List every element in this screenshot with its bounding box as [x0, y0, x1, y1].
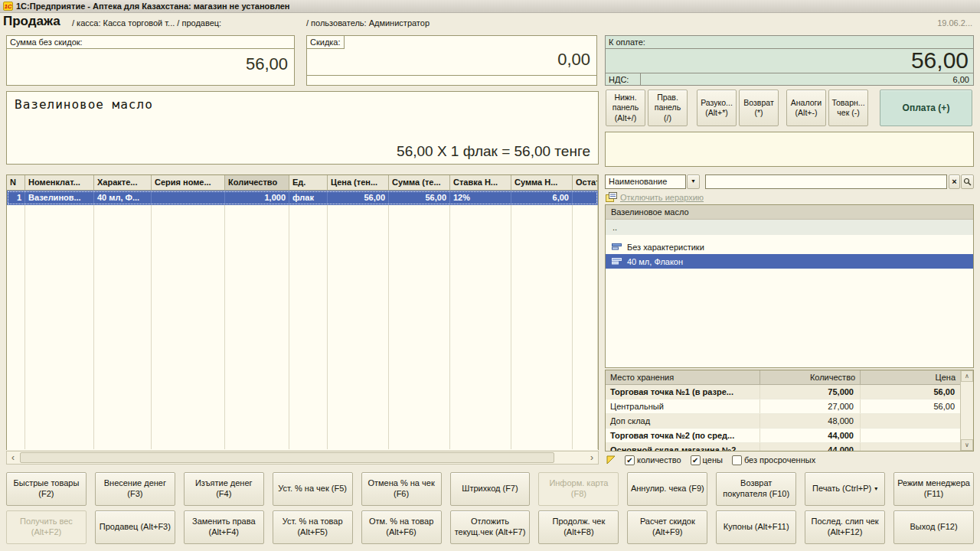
unpack-button[interactable]: Разуко... (Alt+*): [697, 90, 737, 126]
storage-row[interactable]: Торговая точка №1 (в разре... 75,000 56,…: [606, 385, 961, 399]
filter-prices[interactable]: ✔ цены: [691, 455, 723, 465]
exit-button[interactable]: Выход (F12): [893, 510, 974, 544]
storage-row[interactable]: Центральный 27,000 56,00: [606, 399, 961, 414]
vat-value: 6,00: [641, 73, 973, 85]
storage-qty: 44,000: [760, 429, 861, 442]
cash-out-button[interactable]: Изъятие денег (F4): [184, 472, 264, 506]
hierarchy-icon: [606, 192, 617, 202]
checkbox-icon[interactable]: ✔: [625, 455, 635, 465]
storage-price: [861, 443, 961, 452]
col-sum: Сумма (те...: [389, 175, 450, 191]
storage-col-qty[interactable]: Количество: [760, 370, 861, 385]
storage-price: [861, 429, 961, 442]
cancel-check-discount-button[interactable]: Отмена % на чек (F6): [361, 472, 442, 506]
vat-row: НДС: 6,00: [606, 73, 973, 85]
checkbox-icon[interactable]: ✔: [691, 455, 701, 465]
filter-quantity[interactable]: ✔ количество: [625, 455, 681, 465]
col-price: Цена (тен...: [328, 175, 389, 191]
scroll-left-icon[interactable]: ‹: [7, 452, 19, 464]
storage-qty: 44,000: [760, 443, 861, 452]
calc-discounts-button[interactable]: Расчет скидок (Alt+F9): [627, 510, 707, 544]
scroll-down-icon[interactable]: ∨: [961, 439, 973, 451]
col-series: Серия номе...: [152, 175, 225, 191]
characteristic-item[interactable]: Без характеристики: [606, 240, 973, 254]
selector-dropdown-arrow-icon[interactable]: ▼: [687, 174, 700, 189]
user-info: / пользователь: Администратор: [306, 18, 430, 28]
goods-check-button[interactable]: Товарн... чек (-): [828, 90, 868, 126]
storage-col-price[interactable]: Цена: [861, 370, 961, 385]
item-price: 56,00: [328, 191, 389, 205]
manager-mode-button[interactable]: Режим менеджера (F11): [893, 472, 974, 506]
vat-label: НДС:: [606, 73, 641, 85]
print-button[interactable]: Печать (Ctrl+P) ▾: [805, 472, 885, 506]
clear-search-button[interactable]: ×: [949, 174, 960, 189]
continue-check-button[interactable]: Продолж. чек (Alt+F8): [538, 510, 619, 544]
void-check-button[interactable]: Аннулир. чека (F9): [627, 472, 707, 506]
storage-row[interactable]: Основной склад магазина №2 44,000: [606, 443, 961, 452]
go-up-row[interactable]: ..: [606, 220, 973, 235]
col-vat-sum: Сумма Н...: [511, 175, 573, 191]
fast-goods-button[interactable]: Быстрые товары (F2): [6, 472, 87, 506]
discount-extra-field: [307, 75, 596, 85]
item-nomenclature: Вазелинов...: [25, 191, 94, 205]
storage-place: Основной склад магазина №2: [606, 443, 760, 452]
items-horizontal-scrollbar[interactable]: ‹ ›: [6, 451, 599, 465]
scrollbar-thumb[interactable]: [20, 452, 554, 463]
barcode-button[interactable]: Штрихкод (F7): [450, 472, 531, 506]
characteristic-item-selected[interactable]: 40 мл, Флакон: [606, 254, 973, 269]
storage-price: 56,00: [861, 385, 961, 399]
hold-check-button[interactable]: Отложить текущ.чек (Alt+F7): [450, 510, 531, 544]
item-qty: 1,000: [225, 191, 289, 205]
last-slip-button[interactable]: Послед. слип чек (Alt+F12): [805, 510, 885, 544]
title-bar: 1С 1С:Предприятие - Аптека для Казахстан…: [0, 0, 980, 13]
set-check-discount-button[interactable]: Уст. % на чек (F5): [273, 472, 353, 506]
caret-down-icon: ▾: [874, 485, 877, 493]
item-sum: 56,00: [389, 191, 450, 205]
sum-value: 56,00: [7, 49, 294, 74]
change-rights-button[interactable]: Заменить права (Alt+F4): [184, 510, 264, 544]
1c-logo-icon: 1С: [3, 2, 13, 11]
return-button[interactable]: Возврат (*): [739, 90, 779, 126]
customer-return-button[interactable]: Возврат покупателя (F10): [716, 472, 796, 506]
col-quantity: Количество: [225, 175, 289, 191]
disable-hierarchy-link[interactable]: Отключить иерархию: [620, 193, 704, 202]
filter-not-expired[interactable]: без просроченных: [732, 455, 815, 465]
right-panel-button[interactable]: Прав. панель (/): [648, 90, 688, 126]
storage-row[interactable]: Торговая точка №2 (по сред... 44,000: [606, 429, 961, 443]
col-unit: Ед.: [289, 175, 328, 191]
scroll-right-icon[interactable]: ›: [586, 452, 598, 464]
window-title: 1С:Предприятие - Аптека для Казахстана: …: [16, 2, 289, 11]
set-item-discount-button[interactable]: Уст. % на товар (Alt+F5): [273, 510, 353, 544]
function-buttons-row1: Быстрые товары (F2) Внесение денег (F3) …: [6, 472, 974, 506]
payment-button[interactable]: Оплата (+): [880, 90, 972, 126]
message-box: [605, 132, 974, 167]
search-field-selector[interactable]: Наименование: [605, 174, 686, 189]
search-button[interactable]: [961, 174, 974, 189]
item-vat-sum: 6,00: [511, 191, 573, 205]
display-calc-line: 56,00 X 1 флак = 56,00 тенге: [397, 143, 590, 160]
search-input[interactable]: [705, 174, 947, 189]
scroll-up-icon[interactable]: ∧: [961, 370, 973, 382]
storage-col-place[interactable]: Место хранения: [606, 370, 760, 385]
cancel-item-discount-button[interactable]: Отм. % на товар (Alt+F6): [361, 510, 442, 544]
characteristic-label: 40 мл, Флакон: [627, 257, 683, 266]
receipt-item-row-selected[interactable]: 1 Вазелинов... 40 мл, Ф... 1,000 флак 56…: [7, 191, 598, 205]
coupons-button[interactable]: Купоны (Alt+F11): [716, 510, 796, 544]
cash-in-button[interactable]: Внесение денег (F3): [95, 472, 175, 506]
hierarchy-toggle-row: Отключить иерархию: [606, 191, 704, 203]
storage-header-row: Место хранения Количество Цена: [606, 370, 961, 385]
seller-button[interactable]: Продавец (Alt+F3): [95, 510, 175, 544]
storage-row[interactable]: Доп склад 48,000: [606, 414, 961, 429]
analogs-button[interactable]: Аналоги (Alt+-): [786, 90, 826, 126]
sum-without-discounts-panel: Сумма без скидок: 56,00: [6, 35, 295, 86]
discount-value: 0,00: [557, 50, 590, 70]
checkbox-icon[interactable]: [732, 455, 742, 465]
display-product-name: Вазелиновое масло: [15, 97, 153, 112]
bottom-panel-button[interactable]: Нижн. панель (Alt+/): [606, 90, 645, 126]
to-pay-value: 56,00: [606, 49, 973, 72]
col-rest: Остат: [573, 175, 598, 191]
item-rest: [573, 191, 598, 205]
app-window: 1С 1С:Предприятие - Аптека для Казахстан…: [0, 0, 980, 551]
discount-panel: Скидка: 0,00: [306, 35, 597, 86]
storage-vertical-scrollbar[interactable]: ∧ ∨: [960, 370, 973, 451]
